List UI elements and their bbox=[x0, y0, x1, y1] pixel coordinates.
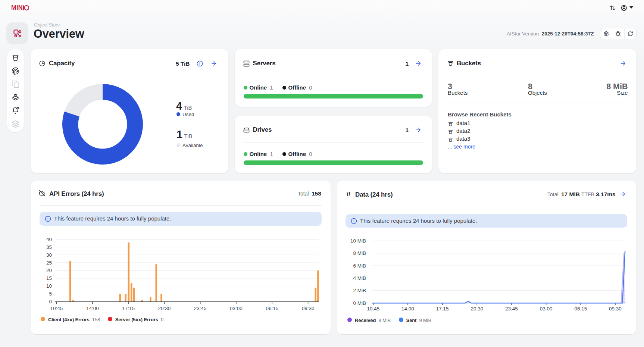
svg-text:20:30: 20:30 bbox=[158, 306, 171, 311]
svg-text:30: 30 bbox=[46, 252, 52, 258]
svg-text:15: 15 bbox=[46, 275, 52, 281]
svg-text:06:15: 06:15 bbox=[266, 306, 278, 311]
svg-text:09:30: 09:30 bbox=[609, 306, 622, 312]
svg-text:09:30: 09:30 bbox=[302, 306, 315, 311]
svg-text:17:15: 17:15 bbox=[436, 306, 449, 312]
svg-text:06:15: 06:15 bbox=[574, 306, 587, 312]
svg-text:03:00: 03:00 bbox=[540, 306, 553, 312]
svg-text:0 MiB: 0 MiB bbox=[353, 300, 366, 306]
svg-text:10 MiB: 10 MiB bbox=[350, 238, 366, 244]
svg-text:14:00: 14:00 bbox=[401, 306, 414, 312]
svg-text:4 MiB: 4 MiB bbox=[353, 275, 366, 281]
svg-text:20: 20 bbox=[46, 268, 52, 273]
svg-text:10:45: 10:45 bbox=[367, 306, 380, 312]
svg-text:14:00: 14:00 bbox=[86, 306, 99, 311]
svg-text:03:00: 03:00 bbox=[230, 306, 243, 311]
svg-text:35: 35 bbox=[46, 244, 52, 250]
svg-text:5: 5 bbox=[49, 291, 52, 297]
svg-text:17:15: 17:15 bbox=[122, 306, 135, 311]
svg-text:10: 10 bbox=[46, 283, 52, 289]
svg-text:23:45: 23:45 bbox=[505, 306, 518, 312]
svg-text:0: 0 bbox=[49, 299, 52, 304]
svg-text:20:30: 20:30 bbox=[471, 306, 483, 312]
svg-text:10:45: 10:45 bbox=[50, 306, 63, 311]
svg-text:6 MiB: 6 MiB bbox=[353, 263, 366, 269]
svg-text:40: 40 bbox=[46, 237, 52, 242]
svg-text:23:45: 23:45 bbox=[194, 306, 207, 311]
svg-text:2 MiB: 2 MiB bbox=[353, 288, 366, 293]
svg-text:8 MiB: 8 MiB bbox=[353, 250, 366, 256]
svg-text:25: 25 bbox=[46, 260, 52, 266]
